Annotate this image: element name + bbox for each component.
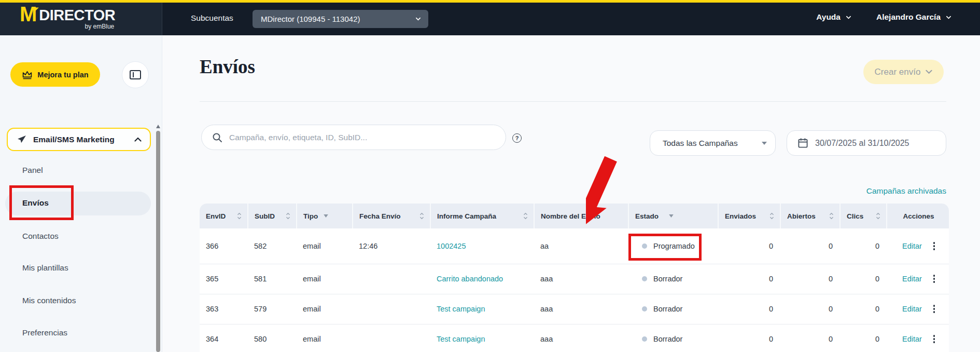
subaccount-select[interactable]: MDirector (109945 - 113042) — [253, 10, 428, 28]
cell-tipo: email — [297, 264, 353, 294]
cell-enviados: 0 — [718, 324, 780, 352]
cell-tipo: email — [297, 294, 353, 324]
help-menu-label: Ayuda — [816, 12, 841, 22]
calendar-icon — [797, 138, 808, 148]
col-header-estado[interactable]: Estado — [628, 204, 718, 228]
cell-fecha — [353, 324, 430, 352]
row-menu-kebab-icon[interactable] — [932, 241, 936, 251]
cell-nombre: aa — [534, 228, 628, 264]
sort-icon[interactable] — [875, 212, 881, 220]
campaign-report-link[interactable]: Test campaign — [437, 335, 485, 343]
cell-clics: 0 — [840, 228, 887, 264]
col-header-tipo[interactable]: Tipo — [297, 204, 353, 228]
cell-tipo: email — [297, 228, 353, 264]
cell-nombre: aaa — [534, 294, 628, 324]
chevron-down-icon — [846, 15, 851, 20]
help-menu[interactable]: Ayuda — [816, 12, 851, 22]
logo-m-glyph: M — [20, 4, 37, 24]
cell-subid: 580 — [248, 324, 297, 352]
row-menu-kebab-icon[interactable] — [932, 334, 936, 344]
status-label: Programado — [653, 242, 695, 250]
table-row: 366 582 email 12:46 1002425 aa Programad… — [200, 228, 949, 264]
dropdown-triangle-icon — [762, 142, 767, 145]
header-divider — [200, 101, 946, 102]
sidebar-collapse-button[interactable] — [122, 61, 149, 88]
status-dot — [642, 306, 647, 312]
col-header-envid[interactable]: EnvID — [200, 204, 248, 228]
create-envio-label: Crear envío — [875, 67, 921, 77]
sort-icon[interactable] — [236, 212, 242, 220]
table-row: 363 579 email Test campaign aaa Borrador… — [200, 294, 949, 324]
col-header-informe-campana[interactable]: Informe Campaña — [430, 204, 534, 228]
mdirector-logo[interactable]: M DIRECTOR by emBlue — [20, 4, 115, 30]
page-title: Envíos — [200, 56, 255, 78]
filter-triangle-icon[interactable] — [669, 214, 674, 218]
date-range-picker[interactable]: 30/07/2025 al 31/10/2025 — [787, 130, 946, 156]
sort-icon[interactable] — [769, 212, 775, 220]
sort-icon[interactable] — [523, 212, 528, 220]
upgrade-plan-button[interactable]: Mejora tu plan — [10, 62, 100, 87]
sort-icon[interactable] — [419, 212, 425, 220]
cell-fecha: 12:46 — [353, 228, 430, 264]
campaign-report-link[interactable]: Carrito abandonado — [437, 275, 503, 283]
col-header-enviados[interactable]: Enviados — [718, 204, 780, 228]
sort-icon[interactable] — [285, 212, 291, 220]
sidebar-section-email-sms-marketing[interactable]: Email/SMS Marketing — [7, 128, 151, 151]
cell-envid: 364 — [200, 324, 248, 352]
topbar-accent-stripe — [0, 0, 980, 3]
col-header-fecha-envio[interactable]: Fecha Envío — [353, 204, 430, 228]
col-header-nombre-del-envio[interactable]: Nombre del Envío — [534, 204, 628, 228]
paper-plane-icon — [17, 134, 27, 145]
edit-link[interactable]: Editar — [902, 305, 922, 313]
table-header-row: EnvID SubID Tipo Fecha Envío Informe Cam… — [200, 204, 949, 228]
cell-enviados: 0 — [718, 294, 780, 324]
table-row: 364 580 email Test campaign aaa Borrador… — [200, 324, 949, 352]
campaign-filter-select[interactable]: Todas las Campañas — [650, 130, 776, 156]
edit-link[interactable]: Editar — [902, 275, 922, 283]
sidebar-item-panel[interactable]: Panel — [22, 166, 43, 175]
sidebar-item-mis-contenidos[interactable]: Mis contenidos — [22, 296, 76, 305]
campaign-report-link[interactable]: Test campaign — [437, 305, 485, 313]
create-envio-button[interactable]: Crear envío — [863, 60, 944, 84]
sidebar-section-label: Email/SMS Marketing — [33, 135, 134, 144]
search-icon — [212, 132, 222, 143]
campaign-report-link[interactable]: 1002425 — [437, 242, 466, 250]
topbar: M DIRECTOR by emBlue Subcuentas MDirecto… — [0, 0, 980, 35]
edit-link[interactable]: Editar — [902, 242, 922, 250]
cell-tipo: email — [297, 324, 353, 352]
logo-wordmark: DIRECTOR — [39, 6, 115, 24]
cell-clics: 0 — [840, 264, 887, 294]
status-label: Borrador — [653, 305, 682, 313]
sidebar-scroll-up-icon[interactable] — [156, 125, 160, 128]
cell-fecha — [353, 294, 430, 324]
col-header-subid[interactable]: SubID — [248, 204, 297, 228]
search-input[interactable] — [229, 133, 506, 142]
sidebar-item-mis-plantillas[interactable]: Mis plantillas — [22, 263, 68, 273]
edit-link[interactable]: Editar — [902, 335, 922, 343]
help-icon[interactable]: ? — [512, 133, 522, 143]
sort-icon[interactable] — [829, 212, 834, 220]
date-range-value: 30/07/2025 al 31/10/2025 — [815, 139, 909, 148]
row-menu-kebab-icon[interactable] — [932, 274, 936, 284]
cell-subid: 581 — [248, 264, 297, 294]
search-box — [201, 125, 506, 150]
user-menu-label: Alejandro García — [876, 12, 941, 22]
row-menu-kebab-icon[interactable] — [932, 304, 936, 314]
subaccount-selected-value: MDirector (109945 - 113042) — [261, 15, 415, 23]
user-menu[interactable]: Alejandro García — [876, 12, 951, 22]
sidebar-scrollbar[interactable] — [156, 131, 160, 352]
sidebar-item-envios[interactable]: Envíos — [22, 198, 49, 208]
help-glyph: ? — [515, 135, 519, 141]
cell-nombre: aaa — [534, 264, 628, 294]
col-header-abiertos[interactable]: Abiertos — [780, 204, 840, 228]
sidebar-item-preferencias[interactable]: Preferencias — [22, 328, 67, 337]
cell-envid: 363 — [200, 294, 248, 324]
archived-campaigns-link[interactable]: Campañas archivadas — [866, 186, 946, 196]
subaccounts-label: Subcuentas — [191, 13, 233, 23]
cell-clics: 0 — [840, 294, 887, 324]
cell-abiertos: 0 — [780, 264, 840, 294]
filter-triangle-icon[interactable] — [324, 214, 328, 218]
col-header-clics[interactable]: Clics — [840, 204, 887, 228]
cell-abiertos: 0 — [780, 228, 840, 264]
sidebar-item-contactos[interactable]: Contactos — [22, 232, 59, 241]
